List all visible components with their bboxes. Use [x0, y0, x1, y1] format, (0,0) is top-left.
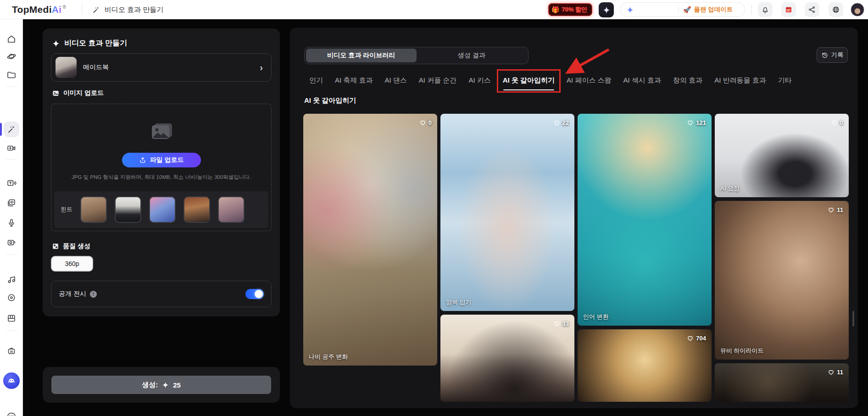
- like-badge[interactable]: 22: [553, 119, 569, 126]
- card-label: 인어 변환: [583, 313, 609, 321]
- heart-icon: [828, 206, 835, 213]
- public-display-row: 공개 전시 !: [51, 281, 272, 307]
- logo-text: TopMedi: [12, 4, 52, 15]
- sidebar-item-explore[interactable]: [4, 49, 19, 64]
- effect-thumbnail: [56, 57, 77, 78]
- category-tabs: 인기 AI 축제 효과 AI 댄스 AI 커플 순간 AI 키스 AI 옷 갈아…: [309, 76, 792, 89]
- category-sexy[interactable]: AI 섹시 효과: [623, 76, 662, 89]
- language-button[interactable]: [829, 2, 843, 17]
- sidebar-item-voice-recorder[interactable]: [4, 215, 19, 231]
- category-kiss[interactable]: AI 키스: [468, 76, 490, 89]
- category-festival[interactable]: AI 축제 효과: [335, 76, 373, 89]
- sidebar-item-video-effects[interactable]: [4, 122, 19, 137]
- generate-button[interactable]: 생성: 25: [51, 376, 271, 394]
- category-creative[interactable]: 창의 효과: [673, 76, 702, 89]
- hint-thumbnail[interactable]: [115, 196, 141, 223]
- divider: [6, 159, 17, 160]
- hint-thumbnail[interactable]: [218, 196, 245, 223]
- tab-effect-library[interactable]: 비디오 효과 라이브러리: [306, 49, 417, 62]
- like-badge[interactable]: 0: [831, 119, 843, 126]
- section-title: AI 옷 갈아입히기: [304, 96, 356, 105]
- effect-card[interactable]: 22 양복 입기: [440, 114, 574, 311]
- heart-icon: [687, 119, 694, 126]
- sidebar-item-home[interactable]: [4, 31, 19, 47]
- discord-button[interactable]: [3, 372, 20, 389]
- category-pet[interactable]: AI 반려동물 효과: [714, 76, 766, 89]
- sidebar-item-vinyl[interactable]: [4, 290, 19, 305]
- upload-file-button[interactable]: 파일 업로드: [122, 153, 201, 167]
- library-tabs: 비디오 효과 라이브러리 생성 결과: [304, 47, 529, 64]
- card-image: [715, 201, 849, 360]
- user-avatar[interactable]: [851, 3, 864, 17]
- divider: [6, 86, 17, 87]
- divider: [751, 5, 752, 15]
- discord-icon: [7, 376, 16, 385]
- app-logo[interactable]: TopMediAi®: [12, 0, 66, 19]
- category-dance[interactable]: AI 댄스: [385, 76, 407, 89]
- plan-update-button[interactable]: 플랜 업데이트: [694, 6, 733, 14]
- effect-card[interactable]: 0 AI 요정: [715, 114, 849, 197]
- effect-card[interactable]: 704: [578, 329, 712, 402]
- notifications-button[interactable]: [758, 2, 773, 17]
- library-panel: 비디오 효과 라이브러리 생성 결과 기록 인기 AI 축제 효과 AI 댄스 …: [290, 28, 858, 408]
- planet-icon: [6, 51, 17, 61]
- public-display-toggle[interactable]: [245, 289, 264, 299]
- hint-thumbnail[interactable]: [80, 196, 107, 223]
- ai-sparkle-button[interactable]: [599, 2, 614, 17]
- effect-name: 메이드복: [83, 63, 109, 72]
- tab-generation-results[interactable]: 생성 결과: [417, 49, 527, 62]
- like-badge[interactable]: 33: [553, 320, 569, 327]
- hint-thumbnail[interactable]: [184, 196, 210, 223]
- category-couple[interactable]: AI 커플 순간: [419, 76, 457, 89]
- discount-badge[interactable]: 🎁 70% 할인: [548, 3, 592, 16]
- quality-chip-360p[interactable]: 360p: [51, 256, 93, 272]
- sidebar-item-files[interactable]: [4, 67, 19, 83]
- like-badge[interactable]: 0: [419, 119, 432, 126]
- like-badge[interactable]: 121: [687, 119, 706, 126]
- credits-sparkle-icon: [626, 6, 634, 14]
- heart-icon: [831, 119, 838, 126]
- active-underline: [503, 89, 554, 91]
- sidebar-item-video-generator[interactable]: [4, 140, 19, 156]
- sidebar-item-voice-camera[interactable]: [4, 235, 19, 250]
- sidebar-item-music[interactable]: [4, 272, 19, 287]
- microphone-icon: [6, 218, 17, 228]
- card-image: [578, 114, 712, 326]
- heart-icon: [553, 320, 560, 327]
- image-dropzone[interactable]: 파일 업로드 JPG 및 PNG 형식을 지원하며, 최대 10MB, 최소 너…: [51, 104, 272, 231]
- calendar-icon: [785, 6, 793, 14]
- chevron-right-icon: ›: [260, 62, 263, 73]
- credits-plan-pill[interactable]: 🚀 플랜 업데이트: [620, 2, 745, 17]
- share-button[interactable]: [805, 2, 819, 17]
- calendar-button[interactable]: [781, 2, 796, 17]
- like-badge[interactable]: 704: [687, 335, 706, 342]
- effect-card[interactable]: 0 나비 공주 변화: [303, 114, 437, 366]
- disc-icon: [6, 293, 17, 303]
- effect-selector[interactable]: 메이드복 ›: [51, 53, 272, 82]
- sidebar-rail: AI: [0, 19, 23, 416]
- effect-card[interactable]: 121 인어 변환: [578, 114, 712, 326]
- divider: [6, 330, 17, 331]
- globe-icon: [832, 6, 840, 14]
- sidebar-item-feedback[interactable]: [4, 408, 19, 416]
- info-icon: !: [90, 291, 97, 298]
- category-outfit-change[interactable]: AI 옷 갈아입히기: [503, 76, 555, 89]
- category-popular[interactable]: 인기: [309, 76, 323, 89]
- sidebar-item-text-to-speech[interactable]: [4, 175, 19, 191]
- category-other[interactable]: 기타: [778, 76, 792, 89]
- gift-icon: 🎁: [551, 6, 559, 13]
- like-badge[interactable]: 11: [828, 369, 843, 376]
- like-badge[interactable]: 11: [828, 206, 843, 213]
- hint-thumbnail[interactable]: [149, 196, 176, 223]
- sidebar-item-dubbing[interactable]: [4, 195, 19, 211]
- music-note-icon: [6, 274, 17, 284]
- sidebar-item-piano[interactable]: [4, 311, 19, 326]
- effect-card[interactable]: 11 뮤비 하이라이트: [715, 201, 849, 360]
- history-button[interactable]: 기록: [817, 47, 848, 63]
- dubbing-icon: [6, 198, 17, 208]
- sidebar-item-ai-tools[interactable]: AI: [4, 343, 19, 359]
- scrollbar-thumb[interactable]: [852, 311, 854, 327]
- effect-card[interactable]: 11: [715, 363, 849, 402]
- effect-card[interactable]: 33: [440, 315, 574, 402]
- category-face-swap[interactable]: AI 페이스 스왑: [567, 76, 612, 89]
